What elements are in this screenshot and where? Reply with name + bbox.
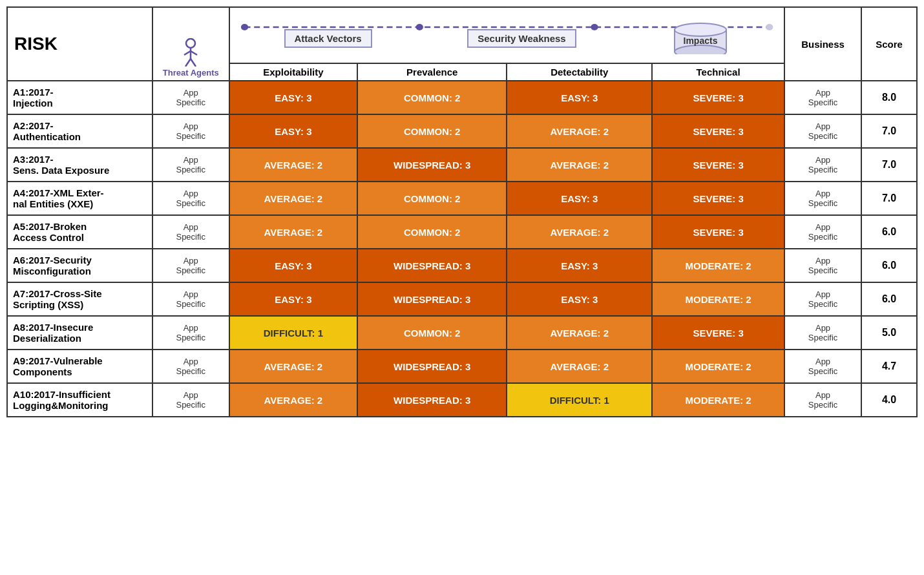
risk-name-cell: A6:2017-Security Misconfiguration	[7, 249, 152, 282]
threat-agents-label: Threat Agents	[163, 68, 219, 78]
prevalence-cell: WIDESPREAD: 3	[357, 148, 507, 182]
business-cell: App Specific	[784, 249, 861, 282]
risk-table: RISK Threat Agents	[6, 6, 918, 417]
risk-name-cell: A2:2017- Authentication	[7, 114, 152, 148]
table-row: A3:2017- Sens. Data ExposureApp Specific…	[7, 148, 917, 182]
detectability-cell: AVERAGE: 2	[507, 114, 652, 148]
risk-name-cell: A7:2017-Cross-Site Scripting (XSS)	[7, 282, 152, 316]
svg-line-4	[185, 59, 191, 67]
score-subheader: Score	[861, 7, 917, 81]
threat-agent-cell: App Specific	[152, 350, 229, 383]
threat-agent-cell: App Specific	[152, 215, 229, 249]
exploitability-cell: DIFFICULT: 1	[229, 316, 357, 350]
prevalence-cell: WIDESPREAD: 3	[357, 282, 507, 316]
exploitability-cell: EASY: 3	[229, 249, 357, 282]
score-cell: 5.0	[861, 316, 917, 350]
technical-cell: SEVERE: 3	[652, 182, 784, 215]
exploitability-cell: AVERAGE: 2	[229, 350, 357, 383]
threat-agent-cell: App Specific	[152, 81, 229, 114]
score-cell: 6.0	[861, 215, 917, 249]
score-cell: 7.0	[861, 182, 917, 215]
risk-name-cell: A8:2017-Insecure Deserialization	[7, 316, 152, 350]
cylinder-icon: Impacts	[671, 21, 730, 54]
risk-header: RISK	[7, 7, 152, 81]
attack-vectors-label: Attack Vectors	[295, 33, 362, 44]
score-cell: 8.0	[861, 81, 917, 114]
svg-point-8	[415, 24, 423, 30]
threat-agent-cell: App Specific	[152, 383, 229, 417]
exploitability-cell: AVERAGE: 2	[229, 215, 357, 249]
svg-point-9	[591, 24, 598, 30]
score-cell: 4.0	[861, 383, 917, 417]
detectability-cell: EASY: 3	[507, 282, 652, 316]
risk-name-cell: A4:2017-XML Exter- nal Entities (XXE)	[7, 182, 152, 215]
prevalence-subheader: Prevalence	[357, 63, 507, 81]
table-row: A1:2017- InjectionApp SpecificEASY: 3COM…	[7, 81, 917, 114]
exploitability-cell: EASY: 3	[229, 114, 357, 148]
business-cell: App Specific	[784, 114, 861, 148]
svg-point-12	[675, 23, 726, 36]
table-row: A6:2017-Security MisconfigurationApp Spe…	[7, 249, 917, 282]
detectability-cell: AVERAGE: 2	[507, 350, 652, 383]
detectability-subheader: Detectability	[507, 63, 652, 81]
risk-name-cell: A3:2017- Sens. Data Exposure	[7, 148, 152, 182]
business-cell: App Specific	[784, 350, 861, 383]
prevalence-cell: WIDESPREAD: 3	[357, 383, 507, 417]
prevalence-cell: COMMON: 2	[357, 182, 507, 215]
svg-line-5	[191, 59, 196, 67]
detectability-cell: AVERAGE: 2	[507, 148, 652, 182]
security-weakness-box: Security Weakness	[467, 29, 576, 48]
business-cell: App Specific	[784, 81, 861, 114]
risk-name-cell: A9:2017-Vulnerable Components	[7, 350, 152, 383]
table-row: A5:2017-Broken Access ControlApp Specifi…	[7, 215, 917, 249]
svg-point-7	[241, 24, 248, 30]
technical-cell: SEVERE: 3	[652, 114, 784, 148]
prevalence-cell: COMMON: 2	[357, 114, 507, 148]
risk-name-cell: A5:2017-Broken Access Control	[7, 215, 152, 249]
svg-text:Impacts: Impacts	[684, 36, 718, 46]
table-row: A9:2017-Vulnerable ComponentsApp Specifi…	[7, 350, 917, 383]
exploitability-cell: EASY: 3	[229, 81, 357, 114]
business-subheader: Business	[784, 7, 861, 81]
table-row: A8:2017-Insecure DeserializationApp Spec…	[7, 316, 917, 350]
detectability-cell: AVERAGE: 2	[507, 215, 652, 249]
table-row: A2:2017- AuthenticationApp SpecificEASY:…	[7, 114, 917, 148]
threat-agent-cell: App Specific	[152, 148, 229, 182]
threat-agent-cell: App Specific	[152, 316, 229, 350]
technical-cell: MODERATE: 2	[652, 282, 784, 316]
threat-agents-header: Threat Agents	[152, 7, 229, 81]
business-cell: App Specific	[784, 182, 861, 215]
exploitability-cell: AVERAGE: 2	[229, 383, 357, 417]
prevalence-cell: COMMON: 2	[357, 316, 507, 350]
business-cell: App Specific	[784, 282, 861, 316]
exploitability-subheader: Exploitability	[229, 63, 357, 81]
security-weakness-label: Security Weakness	[478, 33, 565, 44]
detectability-cell: EASY: 3	[507, 249, 652, 282]
business-cell: App Specific	[784, 215, 861, 249]
prevalence-cell: COMMON: 2	[357, 81, 507, 114]
technical-cell: SEVERE: 3	[652, 148, 784, 182]
technical-subheader: Technical	[652, 63, 784, 81]
detectability-cell: EASY: 3	[507, 182, 652, 215]
risk-name-cell: A1:2017- Injection	[7, 81, 152, 114]
technical-cell: MODERATE: 2	[652, 383, 784, 417]
attack-vectors-box: Attack Vectors	[284, 29, 372, 48]
table-row: A4:2017-XML Exter- nal Entities (XXE)App…	[7, 182, 917, 215]
table-row: A10:2017-Insufficient Logging&Monitoring…	[7, 383, 917, 417]
risk-name-cell: A10:2017-Insufficient Logging&Monitoring	[7, 383, 152, 417]
technical-cell: SEVERE: 3	[652, 215, 784, 249]
svg-point-0	[186, 39, 195, 48]
score-cell: 6.0	[861, 249, 917, 282]
technical-cell: SEVERE: 3	[652, 316, 784, 350]
technical-cell: MODERATE: 2	[652, 249, 784, 282]
business-cell: App Specific	[784, 316, 861, 350]
pipeline-header: Attack Vectors Security Weakness	[229, 7, 784, 63]
detectability-cell: DIFFICULT: 1	[507, 383, 652, 417]
score-cell: 4.7	[861, 350, 917, 383]
threat-agent-cell: App Specific	[152, 182, 229, 215]
threat-agent-cell: App Specific	[152, 114, 229, 148]
prevalence-cell: COMMON: 2	[357, 215, 507, 249]
exploitability-cell: EASY: 3	[229, 282, 357, 316]
business-cell: App Specific	[784, 383, 861, 417]
person-icon	[179, 38, 202, 67]
